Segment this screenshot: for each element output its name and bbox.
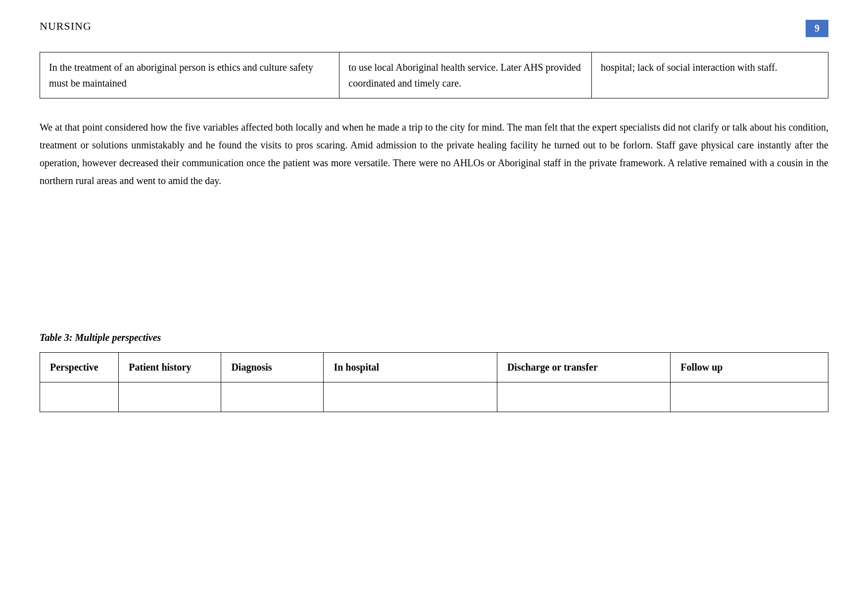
- table3: Perspective Patient history Diagnosis In…: [40, 352, 828, 412]
- body-paragraph-1: We at that point considered how the five…: [40, 118, 828, 189]
- col-diagnosis: Diagnosis: [221, 353, 324, 382]
- page-number: 9: [806, 20, 828, 37]
- page-title: NURSING: [40, 20, 92, 33]
- col-follow-up: Follow up: [671, 353, 828, 382]
- spacer: [40, 203, 828, 332]
- top-table-cell-1: In the treatment of an aboriginal person…: [40, 52, 339, 98]
- col-discharge-or-transfer: Discharge or transfer: [497, 353, 670, 382]
- table3-cell-discharge: [497, 382, 670, 412]
- table3-caption: Table 3: Multiple perspectives: [40, 332, 828, 343]
- table3-header-row: Perspective Patient history Diagnosis In…: [40, 353, 828, 382]
- table-row: In the treatment of an aboriginal person…: [40, 52, 828, 98]
- top-table: In the treatment of an aboriginal person…: [40, 52, 828, 98]
- page-header: NURSING 9: [40, 20, 828, 37]
- table3-cell-diagnosis: [221, 382, 324, 412]
- top-table-cell-3: hospital; lack of social interaction wit…: [592, 52, 828, 98]
- page: NURSING 9 In the treatment of an aborigi…: [0, 0, 868, 614]
- table3-data-row: [40, 382, 828, 412]
- col-perspective: Perspective: [40, 353, 119, 382]
- col-in-hospital: In hospital: [324, 353, 497, 382]
- table3-cell-follow-up: [671, 382, 828, 412]
- col-patient-history: Patient history: [119, 353, 221, 382]
- top-table-cell-2: to use local Aboriginal health service. …: [339, 52, 592, 98]
- table3-cell-perspective: [40, 382, 119, 412]
- table3-cell-in-hospital: [324, 382, 497, 412]
- table3-cell-patient-history: [119, 382, 221, 412]
